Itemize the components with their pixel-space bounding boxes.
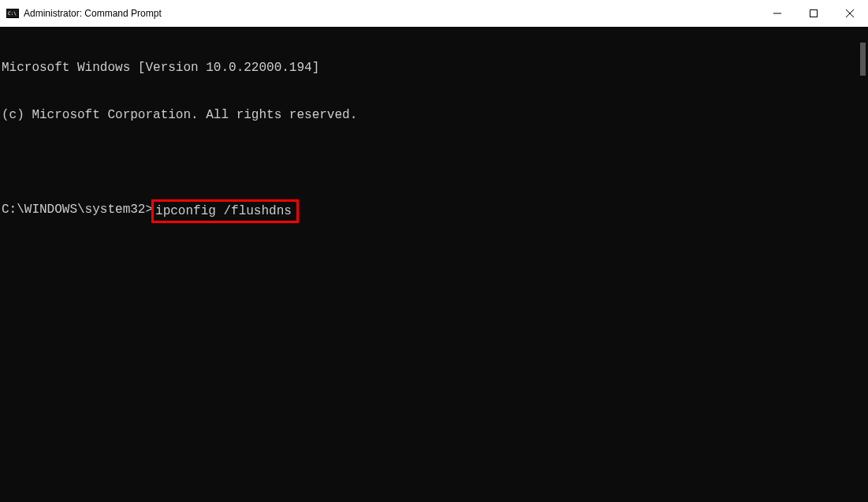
- scrollbar-thumb[interactable]: [860, 43, 866, 76]
- svg-text:C:\: C:\: [8, 10, 17, 16]
- app-icon: C:\: [6, 7, 19, 20]
- terminal-prompt-line: C:\WINDOWS\system32>ipconfig /flushdns: [2, 202, 868, 223]
- window-controls: [759, 0, 868, 27]
- svg-rect-4: [810, 10, 818, 17]
- maximize-button[interactable]: [795, 0, 832, 27]
- command-prompt-window: C:\ Administrator: Command Prompt: [0, 0, 868, 502]
- close-button[interactable]: [832, 0, 868, 27]
- terminal-output-line: Microsoft Windows [Version 10.0.22000.19…: [2, 60, 868, 76]
- terminal-output-line: (c) Microsoft Corporation. All rights re…: [2, 107, 868, 123]
- titlebar[interactable]: C:\ Administrator: Command Prompt: [0, 0, 868, 27]
- terminal-prompt: C:\WINDOWS\system32>: [2, 202, 153, 223]
- highlighted-command-box: ipconfig /flushdns: [151, 199, 299, 223]
- terminal-content: Microsoft Windows [Version 10.0.22000.19…: [0, 27, 868, 255]
- scrollbar[interactable]: [855, 27, 868, 502]
- terminal-command: ipconfig /flushdns: [155, 204, 292, 218]
- window-title: Administrator: Command Prompt: [24, 8, 759, 19]
- terminal-area[interactable]: Microsoft Windows [Version 10.0.22000.19…: [0, 27, 868, 502]
- terminal-blank-line: [2, 154, 868, 170]
- minimize-button[interactable]: [759, 0, 795, 27]
